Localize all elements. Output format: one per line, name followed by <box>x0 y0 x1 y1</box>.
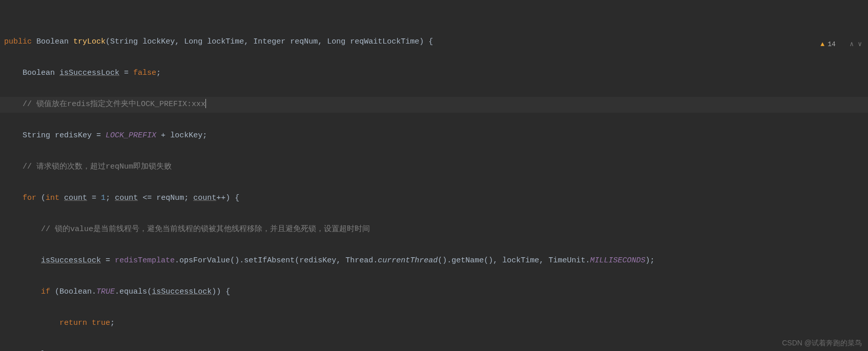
method-call: currentThread <box>378 256 438 265</box>
method-call: setIfAbsent <box>244 256 295 265</box>
field: redisTemplate <box>115 256 175 265</box>
comment: // 锁的value是当前线程号，避免当前线程的锁被其他线程移除，并且避免死锁，… <box>41 225 370 234</box>
class: TimeUnit <box>548 256 585 265</box>
method-call: getName <box>451 256 484 265</box>
code-line: // 请求锁的次数，超过reqNum即加锁失败 <box>0 159 868 175</box>
code-line: isSuccessLock = redisTemplate.opsForValu… <box>0 253 868 269</box>
nav-up-icon[interactable]: ∧ <box>850 37 855 53</box>
code-line: Boolean isSuccessLock = false; <box>0 66 868 81</box>
variable: count <box>115 194 138 202</box>
type: Boolean <box>36 37 69 46</box>
code-line: // 锁的value是当前线程号，避免当前线程的锁被其他线程移除，并且避免死锁，… <box>0 222 868 238</box>
code-line: } <box>0 347 868 351</box>
constant: MILLISECONDS <box>590 256 645 265</box>
param: reqWaitLockTime <box>350 37 419 46</box>
code-line: return true; <box>0 316 868 332</box>
comment: // 请求锁的次数，超过reqNum即加锁失败 <box>23 162 172 171</box>
warning-indicator[interactable]: ▲14 ∧∨ <box>820 37 863 53</box>
variable: count <box>193 194 216 202</box>
method-name: tryLock <box>73 37 106 46</box>
type: String <box>110 37 138 46</box>
keyword: true <box>92 319 110 327</box>
warning-count: 14 <box>828 37 836 53</box>
param: reqNum <box>156 194 184 202</box>
param: lockKey <box>170 131 202 140</box>
variable: count <box>64 194 87 202</box>
code-editor[interactable]: public Boolean tryLock(String lockKey, L… <box>0 0 868 351</box>
keyword: int <box>46 194 59 202</box>
type: Boolean <box>23 69 55 77</box>
keyword: public <box>4 37 32 46</box>
type: String <box>23 131 50 140</box>
param: lockKey <box>142 37 175 46</box>
variable: isSuccessLock <box>152 287 212 296</box>
watermark-text: CSDN @试着奔跑的菜鸟 <box>782 339 862 348</box>
keyword: return <box>59 319 87 327</box>
param: lockTime <box>502 256 539 265</box>
variable: isSuccessLock <box>41 256 101 265</box>
param: reqNum <box>290 37 318 46</box>
code-line: for (int count = 1; count <= reqNum; cou… <box>0 191 868 207</box>
constant: TRUE <box>96 287 115 296</box>
type: Integer <box>253 37 285 46</box>
type: Long <box>184 37 202 46</box>
code-line: if (Boolean.TRUE.equals(isSuccessLock)) … <box>0 284 868 300</box>
comment: // 锁值放在redis指定文件夹中LOCK_PREFIX:xxx <box>23 100 205 109</box>
nav-down-icon[interactable]: ∨ <box>858 37 863 53</box>
warning-icon: ▲ <box>820 37 824 53</box>
variable: redisKey <box>55 131 92 140</box>
constant: LOCK_PREFIX <box>106 131 156 140</box>
keyword: for <box>23 194 36 202</box>
keyword: false <box>133 69 156 77</box>
variable: redisKey <box>299 256 336 265</box>
method-call: equals <box>119 287 147 296</box>
code-line-current: // 锁值放在redis指定文件夹中LOCK_PREFIX:xxx <box>0 97 868 113</box>
class: Thread <box>345 256 373 265</box>
text-caret <box>205 99 206 108</box>
code-line: String redisKey = LOCK_PREFIX + lockKey; <box>0 128 868 144</box>
type: Long <box>327 37 345 46</box>
param: lockTime <box>207 37 244 46</box>
method-call: opsForValue <box>179 256 230 265</box>
class: Boolean <box>59 287 92 296</box>
code-line: public Boolean tryLock(String lockKey, L… <box>0 34 868 50</box>
variable: isSuccessLock <box>59 69 119 77</box>
keyword: if <box>41 287 50 296</box>
number: 1 <box>101 194 106 202</box>
